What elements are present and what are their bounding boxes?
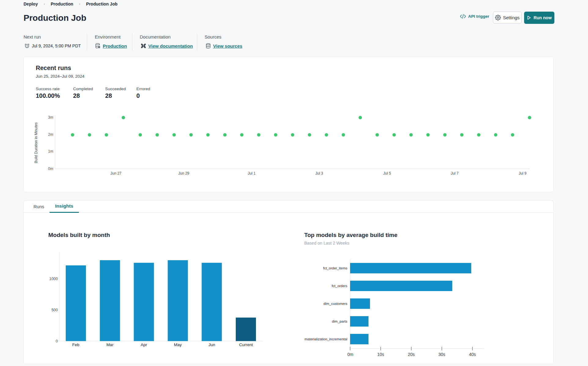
svg-text:Current: Current xyxy=(239,342,253,347)
svg-text:Jul 3: Jul 3 xyxy=(315,171,323,176)
svg-text:Jul 1: Jul 1 xyxy=(248,171,256,176)
svg-text:0m: 0m xyxy=(48,167,53,171)
svg-text:40s: 40s xyxy=(469,352,476,357)
svg-text:Build Duration in Minutes: Build Duration in Minutes xyxy=(34,122,38,163)
svg-text:dim_customers: dim_customers xyxy=(324,302,347,305)
svg-text:0: 0 xyxy=(56,339,58,343)
svg-text:fct_order_items: fct_order_items xyxy=(323,266,348,270)
svg-text:Jul 5: Jul 5 xyxy=(383,171,391,176)
svg-text:Jun 29: Jun 29 xyxy=(178,171,189,176)
svg-text:10s: 10s xyxy=(377,352,384,357)
svg-text:1000: 1000 xyxy=(49,277,58,281)
svg-text:500: 500 xyxy=(51,308,58,312)
svg-text:materialization_incremental: materialization_incremental xyxy=(305,337,347,341)
svg-text:Jul 9: Jul 9 xyxy=(519,171,527,176)
svg-text:1m: 1m xyxy=(48,149,53,153)
svg-text:2m: 2m xyxy=(48,132,53,137)
svg-text:May: May xyxy=(174,342,182,347)
svg-text:Apr: Apr xyxy=(141,342,147,347)
svg-text:Feb: Feb xyxy=(72,342,79,347)
svg-text:Jul 7: Jul 7 xyxy=(451,171,459,176)
svg-text:dim_parts: dim_parts xyxy=(332,320,348,323)
svg-text:30s: 30s xyxy=(438,352,446,357)
svg-text:Mar: Mar xyxy=(106,342,114,347)
svg-text:20s: 20s xyxy=(408,352,415,357)
svg-text:0m: 0m xyxy=(347,352,353,357)
svg-text:Jun 27: Jun 27 xyxy=(110,171,121,176)
svg-text:3m: 3m xyxy=(48,115,53,120)
svg-text:Jun: Jun xyxy=(209,342,215,347)
svg-text:fct_orders: fct_orders xyxy=(332,284,347,288)
